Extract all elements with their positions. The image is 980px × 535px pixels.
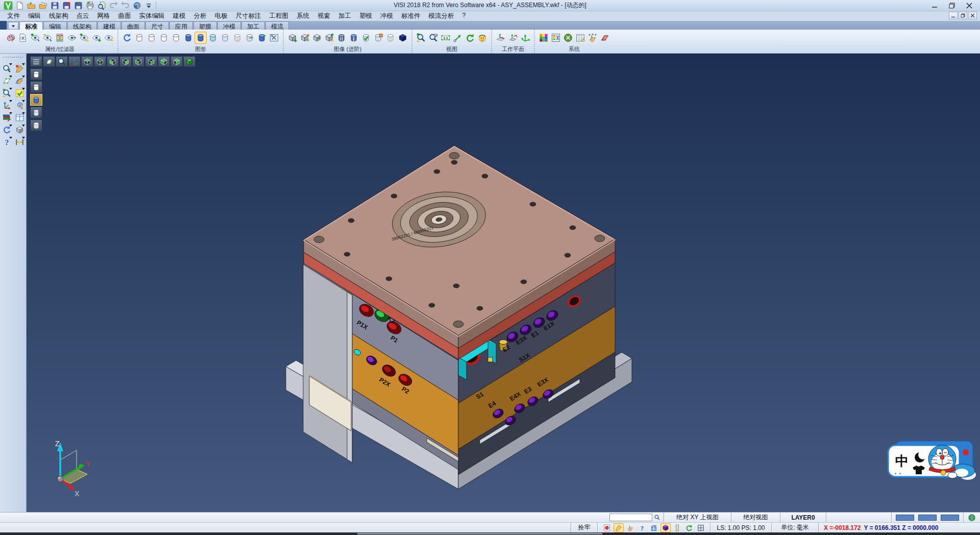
save-all-icon[interactable] — [73, 1, 84, 10]
search-input[interactable] — [609, 514, 652, 521]
zoom-in-out-icon[interactable] — [415, 32, 427, 44]
display-hidden-icon[interactable] — [30, 81, 42, 93]
mdi-close-button[interactable] — [968, 12, 977, 19]
status-auto-rotate-icon[interactable] — [684, 523, 694, 532]
view-plane-icon[interactable] — [43, 56, 55, 67]
redraw-icon[interactable] — [1, 63, 13, 75]
attributes-preview-icon[interactable] — [17, 32, 29, 44]
menu-item-19[interactable]: ? — [458, 11, 470, 21]
view-direction-icon[interactable] — [452, 32, 464, 44]
menu-item-8[interactable]: 分析 — [190, 11, 211, 21]
layer-color-swatch-0[interactable] — [896, 515, 914, 521]
menu-item-10[interactable]: 尺寸标注 — [232, 11, 265, 21]
adv-add-icon[interactable] — [286, 32, 299, 44]
status-grid-icon[interactable] — [696, 523, 706, 532]
tab-5[interactable]: 尺寸 — [145, 21, 169, 30]
confirm-selection-icon[interactable] — [13, 87, 26, 99]
adv-cylinder-tag-icon[interactable] — [372, 32, 384, 44]
close-button[interactable] — [961, 1, 978, 11]
redo-icon[interactable] — [120, 1, 131, 10]
move-axis-icon[interactable] — [1, 100, 13, 111]
adv-cylinder-wire-icon[interactable] — [384, 32, 397, 44]
tab-dropdown-button[interactable] — [8, 22, 18, 30]
system-pick-icon[interactable] — [586, 32, 599, 44]
system-table-icon[interactable] — [574, 32, 586, 44]
workplane-align-icon[interactable] — [519, 32, 531, 44]
view-left-icon[interactable] — [107, 56, 119, 67]
system-options-icon[interactable] — [562, 32, 574, 44]
save-icon[interactable] — [50, 1, 60, 10]
tab-3[interactable]: 建模 — [97, 21, 121, 30]
view-menu-icon[interactable] — [30, 56, 42, 67]
status-freeze-icon[interactable] — [649, 523, 659, 532]
status-solid-mode-icon[interactable] — [660, 523, 671, 532]
open-file-icon[interactable] — [26, 1, 37, 10]
view-observer-icon[interactable] — [476, 32, 488, 44]
help-icon[interactable]: ? — [1, 136, 13, 148]
render-ghost-icon[interactable] — [133, 32, 145, 44]
display-transparent-icon[interactable] — [30, 107, 42, 118]
tab-0[interactable]: 标准 — [19, 21, 43, 30]
menu-item-1[interactable]: 编辑 — [24, 11, 45, 21]
menu-item-3[interactable]: 点云 — [72, 11, 93, 21]
absolute-view-field[interactable]: 绝对视图 — [731, 513, 780, 522]
edit-curve-icon[interactable] — [13, 75, 26, 87]
tab-6[interactable]: 应用 — [169, 21, 193, 30]
layer-color-swatch-2[interactable] — [941, 515, 959, 521]
delete-entity-icon[interactable] — [13, 63, 26, 75]
view-back-icon[interactable] — [145, 56, 157, 67]
edit-spiral-icon[interactable] — [13, 100, 26, 111]
view-right-icon[interactable] — [119, 56, 132, 67]
visibility-remove-icon[interactable] — [41, 32, 54, 44]
status-context-help-icon[interactable]: ? — [637, 523, 647, 532]
visi-orb-icon[interactable] — [132, 1, 142, 10]
view-axis-icon[interactable] — [68, 56, 81, 67]
menu-item-14[interactable]: 加工 — [334, 11, 355, 21]
quick-access-dropdown-icon[interactable] — [143, 1, 154, 10]
menu-item-0[interactable]: 文件 — [3, 11, 24, 21]
menu-item-7[interactable]: 建模 — [169, 11, 190, 21]
open-copy-icon[interactable] — [38, 1, 48, 10]
adv-plus-minus-icon[interactable] — [323, 32, 335, 44]
zoom-one-to-one-icon[interactable]: 1:1 — [439, 32, 452, 44]
measure-distance-icon[interactable] — [13, 136, 26, 148]
render-settings-icon[interactable] — [268, 32, 280, 44]
view-top-icon[interactable] — [81, 56, 93, 67]
adv-refresh-icon[interactable] — [311, 32, 323, 44]
view-iso-right-icon[interactable] — [170, 56, 183, 67]
tab-4[interactable]: 曲面 — [121, 21, 145, 30]
tab-1[interactable]: 编辑 — [43, 21, 67, 30]
menu-item-2[interactable]: 线架构 — [45, 11, 72, 21]
new-file-icon[interactable] — [14, 1, 25, 10]
render-shaded-icon[interactable] — [182, 32, 194, 44]
ime-mode-indicator[interactable]: 中 — [895, 453, 909, 469]
view-bottom-icon[interactable] — [94, 56, 106, 67]
attributes-edit-icon[interactable] — [5, 32, 17, 44]
adv-cylinder-check-icon[interactable] — [360, 32, 372, 44]
ime-widget[interactable]: 中 ，。 — [888, 441, 976, 480]
print-preview-icon[interactable] — [96, 1, 107, 10]
regenerate-icon[interactable] — [1, 124, 13, 136]
zoom-dynamic-icon[interactable] — [1, 87, 13, 99]
lock-field[interactable]: 拴牢 — [571, 523, 597, 532]
mdi-minimize-button[interactable] — [949, 12, 958, 19]
menu-item-6[interactable]: 实体编辑 — [135, 11, 169, 21]
tab-7[interactable]: 塑膜 — [193, 21, 217, 30]
solid-preview-icon[interactable] — [13, 124, 26, 136]
view-iso-left-icon[interactable] — [158, 56, 170, 67]
print-icon[interactable] — [85, 1, 95, 10]
system-settings-icon[interactable] — [550, 32, 562, 44]
status-drag-icon[interactable] — [625, 523, 635, 532]
render-flat-icon[interactable] — [219, 32, 231, 44]
filter-traffic-light-icon[interactable] — [54, 32, 66, 44]
menu-item-17[interactable]: 标准件 — [397, 11, 425, 21]
units-field[interactable]: 单位: 毫米 — [771, 523, 818, 532]
search-icon[interactable] — [654, 514, 660, 521]
layer-color-swatch-1[interactable] — [918, 515, 937, 521]
view-front-icon[interactable] — [132, 56, 144, 67]
tab-8[interactable]: 冲模 — [217, 21, 241, 30]
adv-cylinder-banded-icon[interactable] — [335, 32, 348, 44]
system-grid-icon[interactable] — [599, 32, 611, 44]
display-hatched-icon[interactable] — [30, 119, 42, 131]
status-levels-icon[interactable] — [672, 523, 682, 532]
